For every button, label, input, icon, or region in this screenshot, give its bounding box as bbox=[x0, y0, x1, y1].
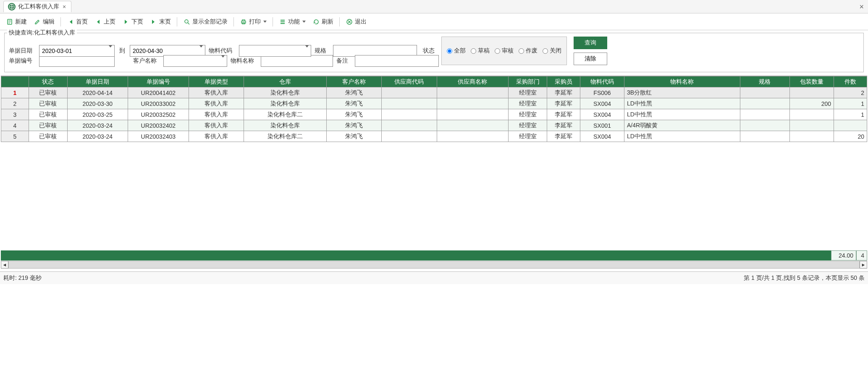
rownum-cell[interactable]: 2 bbox=[1, 98, 29, 109]
print-button[interactable]: 打印 bbox=[237, 16, 269, 27]
cell-mname: LD中性黑 bbox=[624, 131, 740, 142]
col-header[interactable]: 供应商代码 bbox=[382, 76, 437, 87]
status-label: 状态 bbox=[423, 47, 438, 55]
cell-spec bbox=[740, 131, 789, 142]
cell-mname: A/4R弱酸黄 bbox=[624, 120, 740, 131]
cell-buyer: 李延军 bbox=[547, 87, 580, 98]
table-row[interactable]: 2已审核2020-03-30UR20033002客供入库染化料仓库朱鸿飞经理室李… bbox=[1, 98, 867, 109]
cell-spec bbox=[740, 109, 789, 120]
cell-status: 已审核 bbox=[29, 131, 67, 142]
table-row[interactable]: 5已审核2020-03-24UR20032403客供入库染化料仓库二朱鸿飞经理室… bbox=[1, 131, 867, 142]
cell-status: 已审核 bbox=[29, 109, 67, 120]
next-page-button[interactable]: 下页 bbox=[120, 16, 146, 27]
cell-buyer: 李延军 bbox=[547, 131, 580, 142]
cell-wh: 染化料仓库 bbox=[244, 120, 326, 131]
rownum-header bbox=[1, 76, 29, 87]
prev-page-button[interactable]: 上页 bbox=[92, 16, 118, 27]
horizontal-scrollbar[interactable]: ◄ ► bbox=[1, 261, 867, 269]
cell-wh: 染化料仓库 bbox=[244, 98, 326, 109]
scroll-left-icon[interactable]: ◄ bbox=[1, 261, 8, 269]
cell-type: 客供入库 bbox=[189, 98, 244, 109]
query-button[interactable]: 查询 bbox=[574, 37, 607, 49]
cell-status: 已审核 bbox=[29, 87, 67, 98]
radio-all[interactable]: 全部 bbox=[447, 47, 466, 55]
date-from-input[interactable] bbox=[39, 45, 115, 57]
radio-close[interactable]: 关闭 bbox=[543, 47, 561, 55]
cell-date: 2020-03-24 bbox=[67, 131, 128, 142]
col-header[interactable]: 采购部门 bbox=[509, 76, 547, 87]
cell-cust: 朱鸿飞 bbox=[326, 98, 381, 109]
rownum-cell[interactable]: 1 bbox=[1, 87, 29, 98]
col-header[interactable]: 单据编号 bbox=[128, 76, 189, 87]
exit-button[interactable]: 退出 bbox=[343, 16, 369, 27]
material-code-label: 物料代码 bbox=[209, 47, 236, 55]
status-right: 第 1 页/共 1 页,找到 5 条记录，本页显示 50 条 bbox=[744, 274, 865, 282]
refresh-icon bbox=[312, 18, 320, 26]
col-header[interactable]: 单据日期 bbox=[67, 76, 128, 87]
scroll-right-icon[interactable]: ► bbox=[860, 261, 867, 269]
remark-input[interactable] bbox=[355, 55, 439, 67]
show-all-button[interactable]: 显示全部记录 bbox=[181, 16, 230, 27]
table-row[interactable]: 3已审核2020-03-25UR20032502客供入库染化料仓库二朱鸿飞经理室… bbox=[1, 109, 867, 120]
cell-no: UR20033002 bbox=[128, 98, 189, 109]
cell-pack bbox=[790, 87, 834, 98]
col-header[interactable]: 客户名称 bbox=[326, 76, 381, 87]
functions-button[interactable]: 功能 bbox=[276, 16, 308, 27]
cell-spec bbox=[740, 120, 789, 131]
material-code-input[interactable] bbox=[239, 45, 311, 57]
material-name-label: 物料名称 bbox=[231, 57, 257, 65]
cell-spec bbox=[740, 98, 789, 109]
refresh-button[interactable]: 刷新 bbox=[310, 16, 336, 27]
col-header[interactable]: 仓库 bbox=[244, 76, 326, 87]
print-icon bbox=[240, 18, 247, 26]
remark-label: 备注 bbox=[336, 57, 351, 65]
cell-qty: 1 bbox=[834, 109, 867, 120]
tab-close-icon[interactable]: × bbox=[62, 3, 67, 10]
material-name-input[interactable] bbox=[261, 55, 333, 67]
rownum-cell[interactable]: 3 bbox=[1, 109, 29, 120]
doc-no-input[interactable] bbox=[39, 55, 115, 67]
rownum-cell[interactable]: 5 bbox=[1, 131, 29, 142]
totals-row: 24.00 4 bbox=[1, 250, 867, 261]
cell-buyer: 李延军 bbox=[547, 98, 580, 109]
cell-cust: 朱鸿飞 bbox=[326, 109, 381, 120]
first-icon bbox=[67, 18, 74, 26]
col-header[interactable]: 状态 bbox=[29, 76, 67, 87]
new-button[interactable]: 新建 bbox=[3, 16, 29, 27]
first-page-button[interactable]: 首页 bbox=[64, 16, 90, 27]
radio-audit[interactable]: 审核 bbox=[495, 47, 514, 55]
cell-dept: 经理室 bbox=[509, 98, 547, 109]
cell-type: 客供入库 bbox=[189, 131, 244, 142]
radio-void[interactable]: 作废 bbox=[519, 47, 538, 55]
edit-button[interactable]: 编辑 bbox=[31, 16, 57, 27]
last-page-button[interactable]: 末页 bbox=[147, 16, 173, 27]
cell-type: 客供入库 bbox=[189, 87, 244, 98]
tab-bar: 化工料客供入库 × × bbox=[0, 0, 868, 13]
col-header[interactable]: 规格 bbox=[740, 76, 789, 87]
col-header[interactable]: 单据类型 bbox=[189, 76, 244, 87]
col-header[interactable]: 供应商名称 bbox=[437, 76, 509, 87]
cell-no: UR20032403 bbox=[128, 131, 189, 142]
col-header[interactable]: 物料名称 bbox=[624, 76, 740, 87]
radio-draft[interactable]: 草稿 bbox=[471, 47, 490, 55]
customer-name-input[interactable] bbox=[163, 55, 227, 67]
totals-qty: 24.00 bbox=[831, 250, 856, 261]
cell-mcode: SX001 bbox=[580, 120, 624, 131]
cell-date: 2020-04-14 bbox=[67, 87, 128, 98]
rownum-cell[interactable]: 4 bbox=[1, 120, 29, 131]
chevron-down-icon bbox=[302, 21, 306, 23]
table-row[interactable]: 4已审核2020-03-24UR20032402客供入库染化料仓库朱鸿飞经理室李… bbox=[1, 120, 867, 131]
tab-active[interactable]: 化工料客供入库 × bbox=[3, 1, 71, 12]
cell-mcode: SX004 bbox=[580, 98, 624, 109]
close-icon[interactable]: × bbox=[859, 3, 864, 11]
col-header[interactable]: 包装数量 bbox=[790, 76, 834, 87]
cell-wh: 染化料仓库 bbox=[244, 87, 326, 98]
col-header[interactable]: 采购员 bbox=[547, 76, 580, 87]
cell-supn bbox=[437, 109, 509, 120]
cell-qty bbox=[834, 120, 867, 131]
col-header[interactable]: 件数 bbox=[834, 76, 867, 87]
col-header[interactable]: 物料代码 bbox=[580, 76, 624, 87]
cell-date: 2020-03-24 bbox=[67, 120, 128, 131]
table-row[interactable]: 1已审核2020-04-14UR20041402客供入库染化料仓库朱鸿飞经理室李… bbox=[1, 87, 867, 98]
cell-mcode: SX004 bbox=[580, 131, 624, 142]
